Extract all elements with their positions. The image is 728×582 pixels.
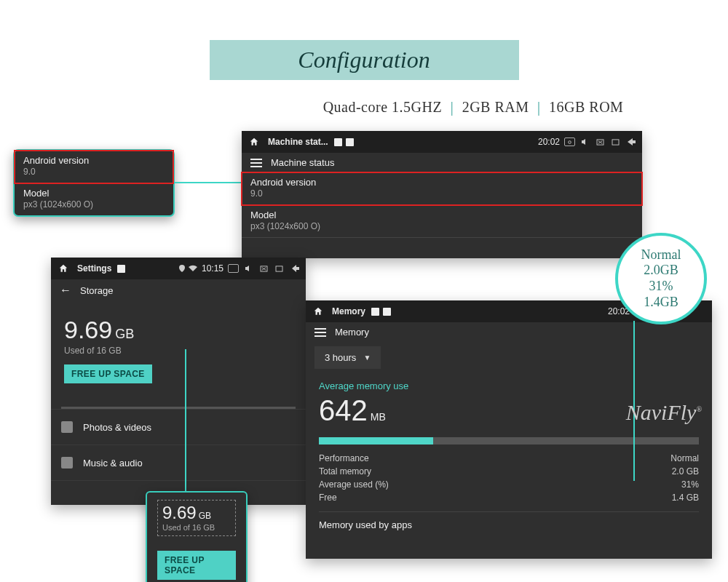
- sub-bar: ← Storage: [51, 279, 306, 301]
- android-version-row[interactable]: Android version 9.0: [242, 172, 642, 205]
- volume-icon[interactable]: [243, 264, 254, 273]
- storage-summary: 9.69GB Used of 16 GB FREE UP SPACE: [51, 301, 306, 391]
- model-row[interactable]: Model px3 (1024x600 O): [242, 205, 642, 238]
- hamburger-icon[interactable]: [250, 159, 262, 167]
- storage-unit: GB: [115, 327, 134, 341]
- sub-title: Memory: [335, 327, 369, 338]
- top-title: Machine stat...: [268, 137, 328, 147]
- card-icons: [334, 138, 354, 146]
- row-label: Android version: [250, 177, 633, 188]
- title-bar: Configuration: [210, 40, 519, 80]
- back-icon[interactable]: [695, 307, 706, 316]
- svg-point-0: [569, 140, 571, 143]
- sub-title: Storage: [80, 285, 114, 296]
- row-label: Model: [250, 210, 633, 220]
- stat-value: 2.0 GB: [672, 466, 699, 477]
- system-top-bar: Machine stat... 20:02: [242, 131, 642, 153]
- machine-status-panel: Machine stat... 20:02 Machine status And…: [242, 131, 642, 258]
- photos-section[interactable]: Photos & videos: [51, 409, 306, 445]
- card-icons: [371, 308, 391, 316]
- row-label: Memory used by apps: [319, 519, 412, 530]
- memory-stats: PerformanceNormal Total memory2.0 GB Ave…: [306, 445, 712, 504]
- sub-bar: Machine status: [242, 153, 642, 172]
- stat-label: Total memory: [319, 466, 371, 477]
- svg-rect-2: [612, 139, 619, 144]
- sub-bar: Memory: [306, 322, 712, 342]
- card-icons: [117, 265, 125, 273]
- spec-rom: 16GB ROM: [549, 99, 623, 115]
- clock: 10:15: [202, 263, 223, 274]
- circle-line: 2.0GB: [644, 263, 678, 279]
- page-title: Configuration: [298, 47, 430, 73]
- section-label: Music & audio: [83, 458, 143, 469]
- storage-used-value: 9.69: [64, 316, 112, 343]
- storage-used-value: 9.69: [162, 503, 197, 522]
- row-value: 9.0: [23, 167, 165, 177]
- close-app-icon[interactable]: [258, 264, 269, 273]
- back-icon[interactable]: [289, 264, 300, 273]
- home-icon[interactable]: [57, 263, 70, 274]
- divider: |: [537, 99, 541, 115]
- svg-rect-4: [276, 266, 282, 271]
- stat-label: Free: [319, 493, 337, 503]
- storage-total: Used of 16 GB: [162, 523, 231, 532]
- volume-icon[interactable]: [579, 137, 590, 146]
- model-row: Model px3 (1024x600 O): [15, 183, 173, 215]
- memory-panel: Memory 20:02 Memory 3 hours ▼ Average me…: [306, 300, 712, 559]
- free-up-space-button[interactable]: FREE UP SPACE: [157, 551, 236, 580]
- avg-value: 642: [319, 394, 368, 426]
- watermark: NaviFly®: [626, 400, 702, 425]
- music-section[interactable]: Music & audio: [51, 445, 306, 481]
- memory-apps-row[interactable]: Memory used by apps: [306, 512, 712, 530]
- spec-ram: 2GB RAM: [462, 99, 529, 115]
- row-label: Android version: [23, 155, 165, 166]
- close-app-icon[interactable]: [595, 137, 606, 146]
- dropdown-value: 3 hours: [325, 352, 356, 363]
- storage-panel: Settings 10:15 ← Storage 9.69GB Used of …: [51, 258, 306, 505]
- recents-icon[interactable]: [274, 264, 285, 273]
- time-range-dropdown[interactable]: 3 hours ▼: [314, 346, 381, 369]
- home-icon[interactable]: [312, 306, 325, 316]
- avg-unit: MB: [371, 411, 386, 423]
- location-icon: [177, 264, 188, 273]
- specs-line: Quad-core 1.5GHZ | 2GB RAM | 16GB ROM: [0, 99, 728, 116]
- screenshot-icon[interactable]: [228, 264, 239, 273]
- system-top-bar: Settings 10:15: [51, 258, 306, 279]
- storage-callout: 9.69GB Used of 16 GB FREE UP SPACE: [146, 491, 248, 582]
- connector-line: [185, 349, 186, 491]
- sub-title: Machine status: [271, 157, 334, 168]
- back-arrow-icon[interactable]: ←: [60, 284, 71, 297]
- free-up-space-button[interactable]: FREE UP SPACE: [64, 364, 152, 383]
- stat-label: Performance: [319, 453, 369, 463]
- row-value: px3 (1024x600 O): [23, 199, 165, 210]
- home-icon[interactable]: [248, 137, 261, 147]
- memory-summary-circle: Normal 2.0GB 31% 1.4GB: [615, 233, 707, 324]
- music-icon: [61, 457, 73, 469]
- hamburger-icon[interactable]: [314, 328, 326, 337]
- connector-line: [175, 182, 242, 183]
- spec-cpu: Quad-core 1.5GHZ: [323, 99, 443, 115]
- section-label: Photos & videos: [83, 422, 151, 433]
- avg-label: Average memory use: [319, 380, 699, 391]
- row-value: px3 (1024x600 O): [250, 221, 633, 231]
- back-icon[interactable]: [625, 137, 636, 146]
- memory-bar: [319, 437, 699, 445]
- circle-line: 1.4GB: [644, 295, 678, 311]
- stat-value: 1.4 GB: [672, 493, 699, 503]
- top-title: Memory: [332, 306, 365, 316]
- row-value: 9.0: [250, 188, 633, 199]
- top-title: Settings: [77, 263, 111, 274]
- circle-line: 31%: [649, 279, 673, 295]
- stat-value: 31%: [681, 479, 699, 490]
- version-callout: Android version 9.0 Model px3 (1024x600 …: [13, 149, 175, 217]
- divider: |: [451, 99, 454, 115]
- circle-line: Normal: [641, 247, 681, 263]
- wifi-icon: [188, 264, 199, 273]
- clock: 20:02: [538, 137, 560, 147]
- row-label: Model: [23, 188, 165, 199]
- photos-icon: [61, 421, 73, 433]
- recents-icon[interactable]: [610, 137, 621, 146]
- screenshot-icon[interactable]: [564, 137, 575, 146]
- stat-value: Normal: [670, 453, 699, 463]
- storage-total: Used of 16 GB: [64, 346, 293, 356]
